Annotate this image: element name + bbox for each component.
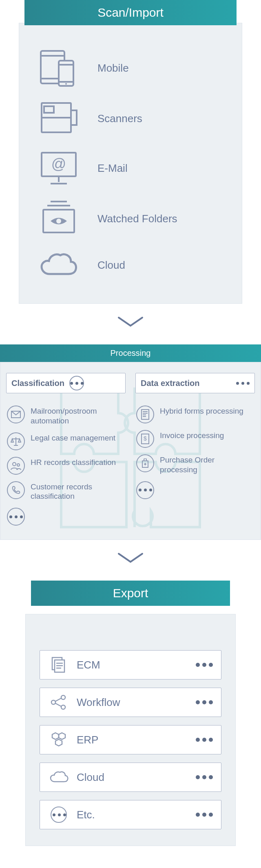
svg-point-41 (61, 705, 65, 709)
scan-import-panel: Mobile Scanners @ (19, 23, 242, 304)
flow-chevron-icon (0, 304, 261, 344)
export-item-label: ECM (77, 659, 100, 671)
scanner-icon (32, 99, 85, 138)
decorative-strip (25, 606, 236, 615)
classification-more (6, 504, 126, 529)
more-icon (196, 738, 213, 742)
more-icon (236, 382, 250, 385)
svg-marker-45 (59, 733, 65, 739)
cloud-icon (32, 250, 85, 280)
mobile-device-icon (32, 48, 85, 88)
extraction-item-label: Hybrid forms processing (160, 406, 243, 416)
svg-line-42 (55, 698, 61, 701)
export-header: Export (31, 581, 230, 606)
scan-item-scanners: Scanners (23, 93, 238, 144)
scan-item-label: Mobile (97, 62, 129, 75)
scan-import-header: Scan/Import (24, 0, 237, 25)
export-item-etc: Etc. (40, 800, 221, 829)
svg-point-6 (65, 83, 67, 85)
scan-item-mobile: Mobile (23, 43, 238, 93)
classification-column: Classification Mailroom/postroom automat… (6, 373, 126, 529)
classification-item-label: HR records classification (31, 457, 116, 467)
form-icon (136, 406, 154, 423)
svg-text:@: @ (51, 156, 66, 172)
cloud-icon (48, 770, 69, 784)
svg-point-18 (56, 219, 61, 224)
phone-icon (7, 481, 25, 499)
more-icon (196, 775, 213, 779)
classification-title: Classification (11, 379, 64, 388)
more-circle-icon (48, 807, 69, 823)
erp-hex-icon (48, 731, 69, 748)
people-icon (7, 457, 25, 475)
svg-point-23 (13, 462, 16, 466)
processing-title: Processing (111, 349, 151, 357)
envelope-icon (7, 406, 25, 423)
classification-item-label: Customer records classification (31, 481, 125, 502)
more-icon (69, 376, 84, 390)
email-monitor-icon: @ (32, 149, 85, 187)
scan-item-label: Scanners (97, 112, 142, 125)
extraction-column: Data extraction Hybrid forms processing … (135, 373, 255, 529)
extraction-title: Data extraction (141, 379, 200, 388)
more-icon (196, 663, 213, 667)
scan-item-watched: Watched Folders (23, 193, 238, 245)
svg-marker-46 (55, 739, 62, 746)
export-item-label: Cloud (77, 771, 104, 784)
scan-item-label: Cloud (97, 259, 125, 272)
export-section: Export ECM Workflow (0, 581, 261, 862)
processing-section: Processing Classification (0, 344, 261, 540)
classification-item: Legal case management (6, 429, 126, 454)
scan-item-cloud: Cloud (23, 245, 238, 285)
extraction-item: Purchase Order processing (135, 451, 255, 478)
classification-pill: Classification (6, 373, 126, 393)
export-item-label: ERP (77, 734, 98, 746)
extraction-item: Hybrid forms processing (135, 402, 255, 427)
svg-point-39 (51, 700, 55, 704)
scan-item-label: E-Mail (97, 162, 128, 175)
scales-icon (7, 432, 25, 450)
extraction-item-label: Invoice processing (160, 430, 224, 441)
extraction-pill: Data extraction (135, 373, 255, 393)
svg-point-24 (17, 464, 20, 466)
more-icon (196, 700, 213, 704)
export-item-erp: ERP (40, 725, 221, 754)
more-icon (7, 508, 25, 526)
export-title: Export (113, 586, 148, 600)
scan-item-label: Watched Folders (97, 213, 177, 225)
more-icon (136, 481, 154, 499)
flow-chevron-icon (0, 540, 261, 581)
processing-panel: Classification Mailroom/postroom automat… (0, 362, 261, 540)
purchase-order-icon (136, 454, 154, 472)
export-item-label: Etc. (77, 809, 95, 821)
classification-item-label: Legal case management (31, 432, 115, 443)
classification-item: HR records classification (6, 454, 126, 478)
scan-import-title: Scan/Import (97, 6, 164, 19)
svg-point-40 (61, 695, 65, 699)
processing-header: Processing (0, 344, 261, 362)
export-panel: ECM Workflow ERP (25, 614, 236, 846)
scan-import-section: Scan/Import Mobile (0, 0, 261, 304)
scan-item-email: @ E-Mail (23, 144, 238, 193)
extraction-item: $ Invoice processing (135, 427, 255, 451)
documents-stack-icon (48, 656, 69, 674)
invoice-icon: $ (136, 430, 154, 448)
svg-text:$: $ (144, 435, 147, 442)
export-item-ecm: ECM (40, 650, 221, 679)
watched-folder-icon (32, 198, 85, 239)
classification-item: Customer records classification (6, 478, 126, 505)
svg-marker-44 (52, 733, 59, 739)
export-item-workflow: Workflow (40, 688, 221, 717)
svg-line-43 (55, 703, 61, 706)
extraction-more (135, 478, 255, 502)
workflow-icon (48, 694, 69, 710)
classification-item: Mailroom/postroom automation (6, 402, 126, 429)
extraction-item-label: Purchase Order processing (160, 454, 254, 475)
svg-rect-10 (44, 106, 54, 113)
more-icon (196, 813, 213, 817)
svg-rect-8 (71, 110, 77, 125)
export-item-label: Workflow (77, 696, 120, 709)
export-item-cloud: Cloud (40, 763, 221, 792)
classification-item-label: Mailroom/postroom automation (31, 406, 125, 426)
